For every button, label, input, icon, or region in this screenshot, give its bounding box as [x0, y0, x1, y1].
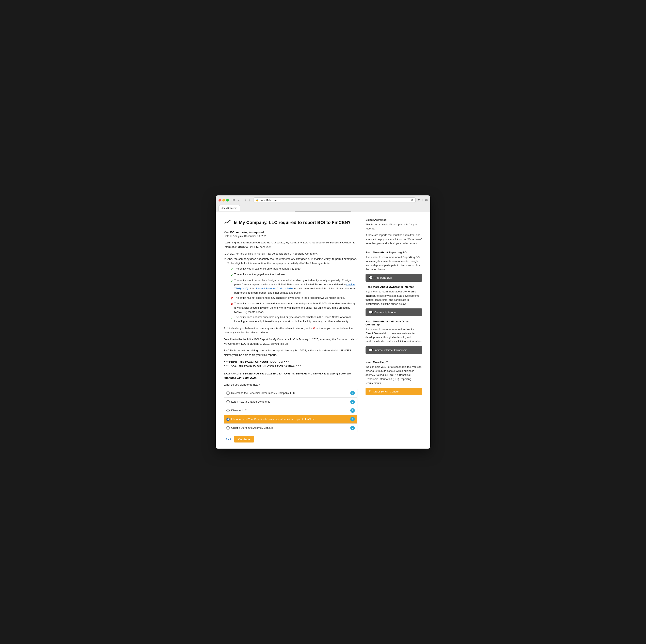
- legend-check: ✓: [226, 326, 228, 330]
- scrollbar-track[interactable]: [295, 211, 351, 212]
- criteria-text-6: The entity does not otherwise hold any k…: [234, 315, 357, 324]
- continue-button[interactable]: Continue: [234, 436, 254, 442]
- reason-2-text: And, the company does not satisfy the re…: [227, 257, 357, 265]
- radio-option-2-left: Learn How to Change Ownership: [226, 400, 270, 403]
- x-icon-5: ✗: [231, 302, 233, 306]
- help-icon-5[interactable]: ?: [350, 426, 355, 430]
- ownership-interest-button[interactable]: 💬 Ownership Interest: [365, 308, 422, 316]
- indirect-bold: Indirect v Direct Ownership:: [365, 320, 410, 326]
- back-nav-button[interactable]: ‹: [244, 198, 247, 202]
- criteria-item-1: ✓ The entity was in existence on or befo…: [231, 267, 357, 272]
- irc-link[interactable]: section 7701(a)(30): [234, 283, 354, 290]
- intro-text: Assuming the information you gave us is …: [224, 240, 357, 249]
- address-bar[interactable]: 🔒 docs.l4sb.com ↺: [253, 198, 416, 203]
- indirect-title: Read More About Indirect v Direct Owners…: [365, 320, 422, 326]
- reporting-boi-btn-label: Reporting BOI: [374, 276, 392, 279]
- print-notice-1: * * * PRINT THIS PAGE FOR YOUR RECORDS! …: [224, 360, 357, 363]
- grid-icon: ⊞: [232, 198, 236, 202]
- need-help-text: We can help you. For a reasonable fee, y…: [365, 365, 422, 386]
- help-icon-1[interactable]: ?: [350, 391, 355, 395]
- minimize-button[interactable]: [222, 199, 225, 202]
- radio-label-1: Determine the Beneficial Owners of My Co…: [231, 392, 295, 395]
- reason-1: A LLC formed or filed in Florida may be …: [227, 251, 357, 256]
- radio-option-5-left: Order a 30-Minute Attorney Consult: [226, 426, 273, 430]
- select-activities-title: Select Activities:: [365, 218, 422, 221]
- radio-options: Determine the Beneficial Owners of My Co…: [224, 389, 357, 432]
- select-activities-text-2: If there are reports that must be submit…: [365, 233, 422, 245]
- radio-option-3[interactable]: Dissolve LLC ?: [224, 406, 357, 415]
- radio-label-2: Learn How to Change Ownership: [231, 400, 270, 403]
- indirect-btn-label: Indirect v Direct Ownership: [374, 348, 407, 351]
- help-icon-3[interactable]: ?: [350, 408, 355, 413]
- criteria-text-5: The entity has not sent or received any …: [234, 302, 357, 314]
- page-title-area: Is My Company, LLC required to report BO…: [224, 218, 357, 227]
- radio-circle-5: [226, 426, 230, 430]
- page-title: Is My Company, LLC required to report BO…: [234, 220, 351, 226]
- tab-label: docs.l4sb.com: [222, 207, 237, 210]
- deadline-text: Deadline to file the Initial BOI Report …: [224, 337, 357, 346]
- irc-1986-link[interactable]: Internal Revenue Code of 1986: [256, 287, 293, 290]
- radio-option-4-left: File or Amend Your Beneficial Ownership …: [226, 418, 314, 421]
- criteria-item-3: ✓ The entity is not owned by a foreign p…: [231, 278, 357, 295]
- criteria-item-4: ✗ The entity has not experienced any cha…: [231, 296, 357, 301]
- close-button[interactable]: [218, 199, 221, 202]
- reporting-boi-title-text: Read More About Reporting BOI:: [365, 251, 408, 254]
- disclaimer-text: THIS ANALYSIS DOES NOT INCLUDE EXCEPTION…: [224, 371, 357, 380]
- criteria-item-6: ✓ The entity does not otherwise hold any…: [231, 315, 357, 324]
- check-icon-1: ✓: [231, 267, 233, 272]
- active-tab[interactable]: docs.l4sb.com: [218, 205, 240, 211]
- order-consult-button[interactable]: ⚙ Order 30-Min Consult: [365, 388, 422, 395]
- radio-option-5[interactable]: Order a 30-Minute Attorney Consult ?: [224, 423, 357, 432]
- legend-text: A ✓ indicates you believe the company sa…: [224, 326, 357, 335]
- radio-label-5: Order a 30-Minute Attorney Consult: [231, 426, 273, 429]
- reporting-boi-text: If you want to learn more about Reportin…: [365, 255, 422, 272]
- reporting-boi-title: Read More About Reporting BOI:: [365, 251, 422, 254]
- tab-bar: docs.l4sb.com: [218, 205, 428, 211]
- maximize-button[interactable]: [226, 199, 229, 202]
- back-button[interactable]: ‹ Back: [224, 438, 232, 441]
- need-help-title: Need More Help?: [365, 361, 422, 364]
- radio-option-1-left: Determine the Beneficial Owners of My Co…: [226, 392, 295, 395]
- exemption-name: Exemption #23: Inactive entity: [294, 257, 331, 260]
- browser-chrome: ⊞ ⌄ ‹ › 🔒 docs.l4sb.com ↺ ⬆ + ⧉ docs.l4s…: [216, 195, 430, 211]
- radio-circle-1: [226, 392, 230, 395]
- radio-option-2[interactable]: Learn How to Change Ownership ?: [224, 397, 357, 406]
- chat-icon-3: 💬: [369, 348, 373, 352]
- reporting-boi-button[interactable]: 💬 Reporting BOI: [365, 274, 422, 282]
- help-icon-4[interactable]: ?: [350, 417, 355, 421]
- page-content: Is My Company, LLC required to report BO…: [216, 212, 430, 449]
- radio-option-1[interactable]: Determine the Beneficial Owners of My Co…: [224, 389, 357, 398]
- chevron-down-icon: ⌄: [236, 199, 240, 202]
- logo-icon: [224, 218, 231, 227]
- select-activities-text-1: This is our analysis. Please print this …: [365, 223, 422, 231]
- forward-nav-button[interactable]: ›: [248, 198, 251, 202]
- tabs-overview-icon[interactable]: ⧉: [425, 198, 428, 202]
- radio-option-4[interactable]: File or Amend Your Beneficial Ownership …: [224, 415, 357, 424]
- indirect-button[interactable]: 💬 Indirect v Direct Ownership: [365, 346, 422, 354]
- share-icon[interactable]: ⬆: [418, 198, 420, 202]
- sidebar-toggle-icon[interactable]: ⊞ ⌄: [232, 198, 240, 202]
- reason-2: And, the company does not satisfy the re…: [227, 257, 357, 324]
- url-text: docs.l4sb.com: [260, 199, 277, 202]
- criteria-text-2: The entity is not engaged in active busi…: [234, 273, 286, 277]
- criteria-text-3: The entity is not owned by a foreign per…: [234, 278, 357, 295]
- radio-option-3-left: Dissolve LLC: [226, 409, 247, 412]
- lock-icon: 🔒: [256, 199, 258, 202]
- reload-icon[interactable]: ↺: [411, 199, 413, 202]
- ownership-interest-text: If you want to learn more about Ownershi…: [365, 290, 422, 306]
- radio-circle-2: [226, 400, 230, 403]
- indirect-text: If you want to learn more about Indirect…: [365, 327, 422, 344]
- reporting-boi-text-bold: Reporting BOI: [403, 255, 420, 258]
- ownership-interest-title-text: Read More About Ownership Interest:: [365, 285, 415, 288]
- check-icon-2: ✓: [231, 273, 233, 277]
- ownership-interest-title: Read More About Ownership Interest:: [365, 285, 422, 288]
- new-tab-icon[interactable]: +: [422, 198, 424, 202]
- back-chevron-icon: ‹: [224, 438, 225, 441]
- date-label: Date of Analysis: December 30, 2023: [224, 234, 357, 237]
- divider-1: [365, 248, 422, 248]
- traffic-lights: [218, 199, 229, 202]
- check-icon-6: ✓: [231, 316, 233, 320]
- scrollbar-area: [216, 211, 430, 212]
- help-icon-2[interactable]: ?: [350, 400, 355, 404]
- order-btn-label: Order 30-Min Consult: [373, 390, 399, 393]
